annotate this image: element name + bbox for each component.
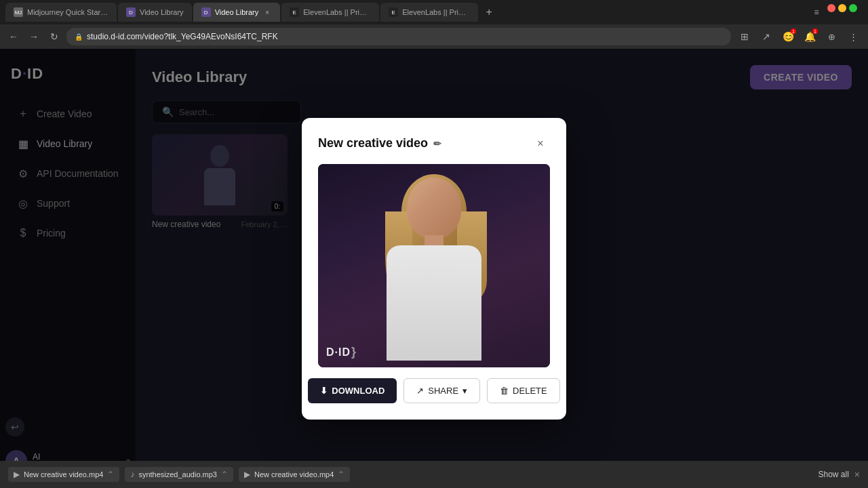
forward-button[interactable]: → — [26, 28, 42, 45]
woman-figure — [366, 171, 502, 361]
address-bar-row: ← → ↻ 🔒 studio.d-id.com/video?tlk_YeG49A… — [0, 24, 868, 49]
modal-video-bg: D·ID} — [318, 164, 550, 367]
browser-chrome: MJ Midjourney Quick Start Guide D Video … — [0, 0, 868, 49]
modal: New creative video ✏ × — [302, 118, 566, 420]
extensions-manager-button[interactable]: ⊕ — [822, 27, 841, 46]
dl-close-3[interactable]: ⌃ — [338, 470, 344, 479]
more-button[interactable]: ⋮ — [844, 27, 863, 46]
tab-midjourney[interactable]: MJ Midjourney Quick Start Guide — [5, 3, 117, 22]
win-maximize[interactable] — [849, 4, 857, 12]
notification-1-button[interactable]: 😊 1 — [778, 27, 797, 46]
modal-actions: ⬇ DOWNLOAD ↗ SHARE ▾ 🗑 DELETE — [318, 378, 550, 403]
window-controls: ≡ — [808, 4, 863, 20]
tab-list-button[interactable]: ≡ — [808, 4, 825, 20]
delete-button[interactable]: 🗑 DELETE — [487, 378, 560, 403]
tab-favicon-2: D — [126, 7, 136, 17]
dl-icon-3: ▶ — [244, 470, 250, 479]
notification-2-button[interactable]: 🔔 1 — [800, 27, 819, 46]
modal-video-preview: D·ID} — [318, 164, 550, 367]
tab-favicon-1: MJ — [14, 7, 23, 17]
download-bar-close-button[interactable]: × — [854, 469, 860, 480]
lock-icon: 🔒 — [75, 33, 83, 41]
notification-badge-2: 1 — [812, 28, 818, 34]
tab-elevenlabs-2[interactable]: E ElevenLabs || Prime Voice AI — [380, 3, 478, 22]
tab-video-library-active[interactable]: D Video Library × — [193, 3, 281, 22]
browser-actions: ⊞ ↗ 😊 1 🔔 1 ⊕ ⋮ — [735, 27, 863, 46]
notification-badge-1: 1 — [791, 28, 796, 34]
download-bar: ▶ New creative video.mp4 ⌃ ♪ synthesized… — [0, 461, 868, 488]
delete-icon: 🗑 — [500, 386, 509, 396]
win-minimize[interactable] — [838, 4, 846, 12]
woman-head — [407, 178, 461, 239]
download-item-2[interactable]: ♪ synthesized_audio.mp3 ⌃ — [125, 467, 233, 482]
tab-favicon-4: E — [290, 7, 299, 17]
download-button[interactable]: ⬇ DOWNLOAD — [308, 378, 397, 403]
tab-close-button[interactable]: × — [262, 7, 272, 17]
download-item-3[interactable]: ▶ New creative video.mp4 ⌃ — [239, 467, 350, 482]
new-tab-button[interactable]: + — [479, 3, 498, 22]
download-item-1[interactable]: ▶ New creative video.mp4 ⌃ — [8, 467, 119, 482]
woman-body — [387, 245, 481, 361]
extensions-button[interactable]: ⊞ — [735, 27, 754, 46]
share-button[interactable]: ↗ SHARE ▾ — [403, 378, 480, 403]
back-button[interactable]: ← — [5, 28, 22, 45]
tab-favicon-3: D — [201, 7, 211, 17]
share-button[interactable]: ↗ — [757, 27, 776, 46]
dl-icon-1: ▶ — [14, 470, 20, 479]
share-chevron-icon: ▾ — [462, 386, 467, 396]
modal-header: New creative video ✏ × — [318, 134, 550, 153]
did-watermark: D·ID} — [326, 345, 357, 359]
modal-overlay[interactable]: New creative video ✏ × — [0, 49, 868, 488]
modal-close-button[interactable]: × — [531, 134, 550, 153]
download-icon: ⬇ — [320, 386, 328, 396]
tab-bar: MJ Midjourney Quick Start Guide D Video … — [0, 0, 868, 24]
win-close[interactable] — [827, 4, 835, 12]
tab-elevenlabs-1[interactable]: E ElevenLabs || Prime Voice AI — [281, 3, 379, 22]
dl-close-2[interactable]: ⌃ — [221, 470, 228, 479]
share-icon: ↗ — [416, 386, 424, 396]
address-bar[interactable]: 🔒 studio.d-id.com/video?tlk_YeG49AEvoNsI… — [66, 28, 731, 45]
dl-icon-2: ♪ — [130, 470, 134, 479]
edit-icon[interactable]: ✏ — [433, 138, 441, 149]
modal-title: New creative video ✏ — [318, 136, 441, 150]
tab-video-library-2[interactable]: D Video Library — [118, 3, 192, 22]
tab-favicon-5: E — [389, 7, 398, 17]
show-all-button[interactable]: Show all — [818, 470, 848, 479]
dl-close-1[interactable]: ⌃ — [107, 470, 114, 479]
refresh-button[interactable]: ↻ — [46, 28, 62, 45]
